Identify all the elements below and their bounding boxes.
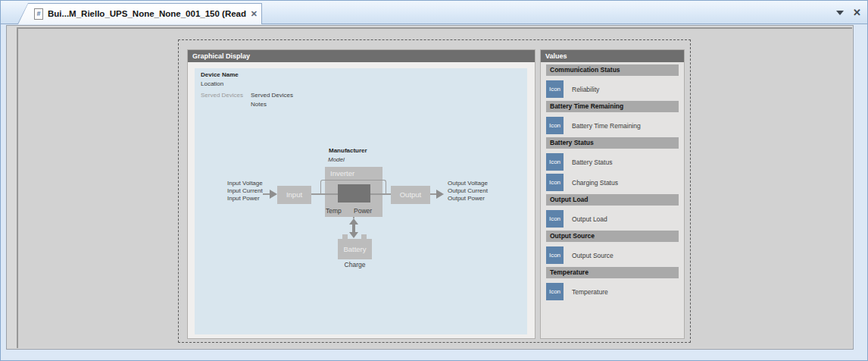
output-metrics-labels: Output Voltage Output Current Output Pow… bbox=[448, 180, 488, 202]
value-icon-placeholder[interactable]: Icon bbox=[546, 153, 564, 171]
value-item-label: Battery Status bbox=[572, 159, 612, 166]
battery-box[interactable]: Battery bbox=[338, 239, 372, 259]
device-name-label: Device Name bbox=[201, 71, 293, 80]
value-item-label: Output Source bbox=[572, 252, 614, 259]
inverter-label: Inverter bbox=[330, 169, 354, 177]
input-power-label: Input Power bbox=[227, 195, 263, 202]
value-item-label: Reliability bbox=[572, 86, 599, 93]
section-header-temperature: Temperature bbox=[546, 267, 679, 278]
tab-bar-controls: ✕ bbox=[836, 1, 861, 24]
battery-double-arrow-icon bbox=[348, 218, 359, 238]
document-tab[interactable]: # Bui...M_Riello_UPS_None_None_001_150 (… bbox=[17, 3, 262, 24]
value-item-charging-status[interactable]: Icon Charging Status bbox=[546, 174, 679, 191]
value-item-label: Output Load bbox=[572, 215, 607, 223]
section-header-output-load: Output Load bbox=[546, 194, 679, 206]
output-box[interactable]: Output bbox=[391, 186, 430, 204]
input-box-label: Input bbox=[286, 190, 302, 199]
input-current-label: Input Current bbox=[227, 187, 263, 195]
value-icon-placeholder[interactable]: Icon bbox=[546, 246, 564, 264]
value-icon-placeholder[interactable]: Icon bbox=[546, 210, 564, 228]
input-arrowhead-icon bbox=[270, 190, 277, 199]
values-list: Communication Status Icon Reliability Ba… bbox=[541, 62, 684, 300]
section-header-communication-status: Communication Status bbox=[546, 64, 679, 76]
value-item-battery-status[interactable]: Icon Battery Status bbox=[546, 153, 679, 171]
graphical-display-panel-header: Graphical Display bbox=[188, 50, 535, 62]
application-window: # Bui...M_Riello_UPS_None_None_001_150 (… bbox=[0, 0, 868, 361]
tab-list-chevron-icon[interactable] bbox=[836, 11, 844, 15]
input-voltage-label: Input Voltage bbox=[227, 180, 263, 187]
input-metrics-labels: Input Voltage Input Current Input Power bbox=[227, 180, 263, 202]
value-icon-placeholder[interactable]: Icon bbox=[546, 117, 564, 134]
power-label: Power bbox=[354, 207, 372, 215]
ups-graphic-canvas[interactable]: Device Name Location Served Devices Serv… bbox=[195, 68, 527, 334]
manufacturer-label: Manufacturer bbox=[329, 147, 367, 155]
section-header-battery-time-remaining: Battery Time Remaining bbox=[546, 101, 679, 112]
section-header-battery-status: Battery Status bbox=[546, 137, 679, 149]
section-header-output-source: Output Source bbox=[546, 231, 679, 242]
value-item-output-load[interactable]: Icon Output Load bbox=[546, 210, 679, 228]
input-box[interactable]: Input bbox=[277, 186, 311, 204]
output-box-label: Output bbox=[400, 190, 422, 199]
value-icon-placeholder[interactable]: Icon bbox=[546, 80, 564, 98]
value-item-temperature[interactable]: Icon Temperature bbox=[546, 283, 679, 300]
tab-title: Bui...M_Riello_UPS_None_None_001_150 (Re… bbox=[48, 9, 246, 18]
value-item-label: Battery Time Remaining bbox=[572, 122, 641, 130]
served-devices-value: Served Devices bbox=[251, 91, 293, 100]
device-location-label: Location bbox=[201, 80, 293, 89]
value-item-label: Charging Status bbox=[572, 179, 618, 187]
inverter-core-box[interactable] bbox=[338, 184, 370, 202]
graphic-file-icon: # bbox=[34, 8, 43, 20]
value-item-battery-time-remaining[interactable]: Icon Battery Time Remaining bbox=[546, 117, 679, 134]
battery-box-label: Battery bbox=[343, 245, 366, 253]
values-panel[interactable]: Values Communication Status Icon Reliabi… bbox=[540, 49, 685, 339]
output-arrowhead-icon bbox=[436, 190, 444, 199]
graphic-file-icon-glyph: # bbox=[36, 11, 40, 17]
value-icon-placeholder[interactable]: Icon bbox=[546, 174, 564, 191]
output-power-label: Output Power bbox=[448, 195, 488, 202]
values-panel-header: Values bbox=[541, 50, 684, 62]
tab-bar-close-icon[interactable]: ✕ bbox=[853, 8, 861, 17]
value-item-reliability[interactable]: Icon Reliability bbox=[546, 80, 679, 98]
value-icon-placeholder[interactable]: Icon bbox=[546, 283, 564, 300]
notes-label: Notes bbox=[251, 100, 293, 109]
tab-close-icon[interactable]: ✕ bbox=[251, 9, 258, 19]
temp-label: Temp bbox=[326, 207, 342, 215]
value-item-output-source[interactable]: Icon Output Source bbox=[546, 246, 679, 264]
value-item-label: Temperature bbox=[572, 288, 608, 296]
graphical-display-panel[interactable]: Graphical Display Device Name Location S… bbox=[187, 49, 535, 339]
output-voltage-label: Output Voltage bbox=[448, 180, 488, 187]
tab-content: # Bui...M_Riello_UPS_None_None_001_150 (… bbox=[34, 3, 258, 24]
model-label: Model bbox=[328, 156, 345, 164]
tab-bar: # Bui...M_Riello_UPS_None_None_001_150 (… bbox=[1, 1, 867, 24]
editor-workspace[interactable]: Graphical Display Device Name Location S… bbox=[17, 27, 852, 348]
editor-frame: Graphical Display Device Name Location S… bbox=[6, 25, 854, 350]
output-current-label: Output Current bbox=[448, 187, 488, 195]
served-devices-caption: Served Devices bbox=[201, 91, 251, 109]
device-info-block: Device Name Location Served Devices Serv… bbox=[201, 71, 293, 109]
charge-label: Charge bbox=[338, 261, 372, 268]
